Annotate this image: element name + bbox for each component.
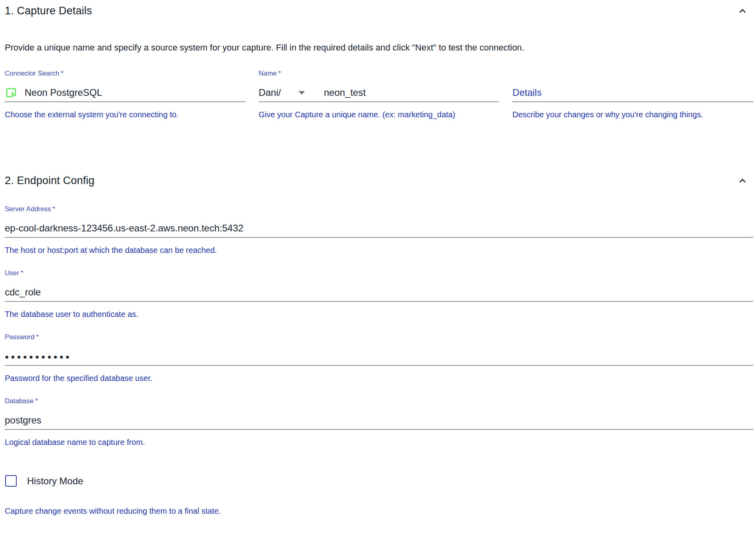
name-prefix-select[interactable]: Dani/	[259, 87, 281, 98]
database-field: Database* postgres Logical database name…	[5, 397, 753, 450]
capture-details-section-header: 1. Capture Details	[5, 0, 753, 17]
capture-details-fields: Connector Search* Neon PostgreSQL Choose…	[5, 70, 753, 122]
connector-search-helper: Choose the external system you're connec…	[5, 107, 246, 122]
database-label: Database	[5, 397, 34, 405]
password-required-mark: *	[36, 333, 39, 341]
details-placeholder: Details	[512, 87, 541, 98]
details-helper: Describe your changes or why you're chan…	[512, 107, 753, 122]
password-helper: Password for the specified database user…	[5, 371, 753, 386]
name-required-mark: *	[278, 70, 281, 77]
capture-config-page: 1. Capture Details Provide a unique name…	[0, 0, 756, 519]
password-masked-value: ●●●●●●●●●●●	[5, 352, 72, 361]
connector-search-field: Connector Search* Neon PostgreSQL Choose…	[5, 70, 246, 122]
chevron-up-icon	[737, 6, 748, 16]
details-input[interactable]: Details	[512, 84, 753, 102]
password-label: Password	[5, 333, 35, 341]
database-input[interactable]: postgres	[5, 412, 753, 430]
user-value: cdc_role	[5, 287, 41, 298]
server-address-required-mark: *	[52, 205, 55, 213]
capture-details-title: 1. Capture Details	[5, 5, 92, 17]
server-address-input[interactable]: ep-cool-darkness-123456.us-east-2.aws.ne…	[5, 219, 753, 238]
history-mode-helper: Capture change events without reducing t…	[5, 503, 753, 519]
user-label: User	[5, 269, 19, 277]
dropdown-arrow-icon[interactable]	[299, 91, 305, 95]
database-value: postgres	[5, 415, 41, 426]
details-label-row	[512, 70, 753, 78]
database-label-row: Database*	[5, 397, 753, 405]
history-mode-checkbox[interactable]	[5, 475, 17, 487]
name-field: Name* Dani/ neon_test Give your Capture …	[259, 70, 500, 122]
user-field: User* cdc_role The database user to auth…	[5, 269, 753, 322]
name-input-row: Dani/ neon_test	[259, 84, 500, 102]
user-helper: The database user to authenticate as.	[5, 307, 753, 322]
connector-search-label-row: Connector Search*	[5, 70, 246, 78]
server-address-helper: The host or host:port at which the datab…	[5, 243, 753, 258]
password-label-row: Password*	[5, 333, 753, 341]
name-label: Name	[259, 70, 277, 77]
server-address-label-row: Server Address*	[5, 205, 753, 213]
endpoint-config-collapse-button[interactable]	[737, 175, 748, 187]
name-label-row: Name*	[259, 70, 500, 78]
password-field: Password* ●●●●●●●●●●● Password for the s…	[5, 333, 753, 386]
server-address-field: Server Address* ep-cool-darkness-123456.…	[5, 205, 753, 258]
endpoint-config-section-header: 2. Endpoint Config	[5, 175, 753, 187]
database-helper: Logical database name to capture from.	[5, 435, 753, 450]
endpoint-config-fields: Server Address* ep-cool-darkness-123456.…	[5, 205, 753, 450]
connector-search-label: Connector Search	[5, 70, 59, 77]
chevron-up-icon	[737, 176, 748, 186]
user-required-mark: *	[21, 269, 23, 277]
connector-search-value: Neon PostgreSQL	[25, 87, 102, 98]
user-input[interactable]: cdc_role	[5, 284, 753, 302]
endpoint-config-title: 2. Endpoint Config	[5, 175, 95, 187]
details-field: Details Describe your changes or why you…	[512, 70, 753, 122]
database-required-mark: *	[35, 397, 38, 405]
connector-search-required-mark: *	[61, 70, 64, 77]
name-input[interactable]: neon_test	[324, 87, 366, 98]
history-mode-label: History Mode	[27, 476, 83, 487]
capture-details-description: Provide a unique name and specify a sour…	[5, 43, 753, 53]
server-address-label: Server Address	[5, 205, 51, 213]
password-input[interactable]: ●●●●●●●●●●●	[5, 348, 753, 366]
history-mode-row: History Mode	[5, 475, 753, 487]
neon-connector-icon	[6, 87, 16, 98]
name-helper: Give your Capture a unique name. (ex: ma…	[259, 107, 500, 122]
connector-search-input[interactable]: Neon PostgreSQL	[5, 84, 246, 102]
capture-details-collapse-button[interactable]	[737, 5, 748, 17]
user-label-row: User*	[5, 269, 753, 277]
server-address-value: ep-cool-darkness-123456.us-east-2.aws.ne…	[5, 223, 243, 234]
